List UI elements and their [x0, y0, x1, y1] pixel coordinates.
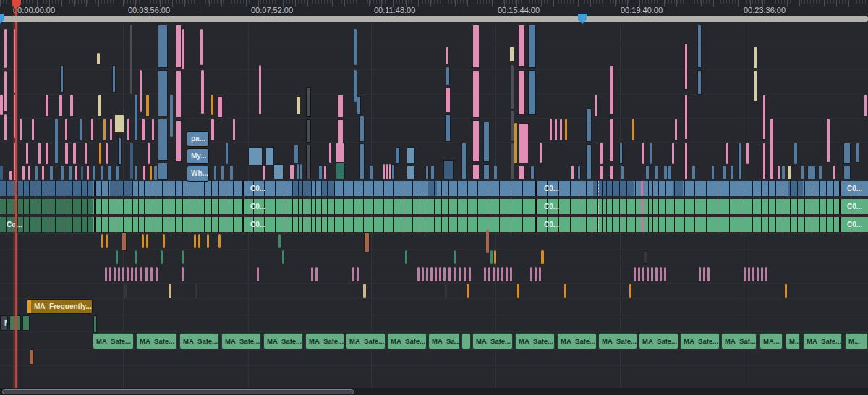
clip-bar[interactable]	[336, 163, 345, 179]
clip-ma-safe[interactable]: MA_Safe...	[803, 333, 842, 349]
clip-bar[interactable]	[296, 96, 301, 115]
clip-bar[interactable]	[148, 143, 150, 164]
clip-bar[interactable]	[517, 284, 519, 298]
clip-bar[interactable]	[273, 164, 284, 179]
clip-bar[interactable]	[146, 95, 149, 116]
audio-track-green-1[interactable]: C0...C0...C0...	[0, 199, 868, 214]
clip-bar[interactable]	[632, 119, 634, 140]
timeline-zoom-scrollbar[interactable]	[0, 16, 868, 22]
clip-bar[interactable]	[30, 349, 34, 365]
clip-bar[interactable]	[664, 267, 666, 281]
clip-bar[interactable]	[106, 234, 108, 248]
clip-ma-safe[interactable]: MA_Safe...	[221, 333, 261, 349]
clip-bar[interactable]	[46, 95, 48, 116]
clip-bar[interactable]	[20, 119, 22, 140]
clip-bar[interactable]	[668, 166, 671, 179]
clip-bar[interactable]	[176, 120, 182, 162]
clip-bar[interactable]	[122, 232, 127, 251]
clip-bar[interactable]	[214, 166, 216, 180]
clip-bar[interactable]	[484, 267, 486, 281]
video-track-blue[interactable]: C0...C0...C0...	[0, 181, 868, 196]
clip-bar[interactable]	[170, 95, 173, 137]
clip-bar[interactable]	[201, 70, 204, 114]
clip-bar[interactable]	[762, 95, 766, 140]
clip-ma-safe[interactable]: MA_Safe...	[93, 333, 134, 349]
clip-ma-safe[interactable]	[461, 333, 471, 349]
clip-bar[interactable]	[655, 267, 658, 281]
clip-bar[interactable]	[101, 234, 103, 248]
clip-bar[interactable]	[150, 166, 152, 180]
clip-bar[interactable]	[357, 267, 359, 281]
clip-bar[interactable]	[697, 25, 702, 68]
clip-bar[interactable]	[50, 166, 53, 180]
clip-bar[interactable]	[435, 267, 437, 281]
clip-bar[interactable]	[130, 25, 132, 94]
clip-bar[interactable]	[642, 143, 644, 164]
subtitle-clip-wh[interactable]: Wh...	[187, 166, 209, 182]
clip-bar[interactable]	[93, 166, 95, 180]
clip-bar[interactable]	[778, 166, 780, 179]
clip-bar[interactable]	[103, 119, 106, 140]
timeline-marker-icon[interactable]	[0, 14, 4, 24]
clip-bar[interactable]	[754, 70, 757, 101]
clip-bar[interactable]	[59, 95, 62, 116]
clip-bar[interactable]	[75, 166, 77, 180]
clip-bar[interactable]	[467, 284, 469, 298]
clip-bar[interactable]	[357, 96, 361, 115]
clip-bar[interactable]	[586, 144, 592, 179]
clip-bar[interactable]	[518, 166, 525, 179]
track-clip-segment[interactable]	[292, 181, 311, 196]
clip-bar[interactable]	[518, 25, 525, 67]
clip-bar[interactable]	[294, 145, 299, 163]
clip-bar[interactable]	[672, 143, 674, 164]
clip-bar[interactable]	[528, 25, 536, 68]
clip-bar[interactable]	[143, 166, 145, 180]
clip-bar[interactable]	[600, 166, 603, 179]
clip-bar[interactable]	[511, 65, 514, 109]
track-clip-segment[interactable]	[593, 181, 634, 196]
clip-bar[interactable]	[207, 234, 209, 248]
clip-bar[interactable]	[431, 166, 434, 179]
clip-bar[interactable]	[610, 65, 614, 114]
clip-bar[interactable]	[488, 267, 490, 281]
clip-bar[interactable]	[4, 29, 7, 68]
clip-bar[interactable]	[443, 267, 446, 281]
clip-ma-safe[interactable]: MA_Safe...	[387, 333, 427, 349]
clip-ma-safe[interactable]: MA_Safe...	[263, 333, 303, 349]
clip-bar[interactable]	[391, 164, 395, 179]
clip-bar[interactable]	[109, 267, 111, 281]
clip-bar[interactable]	[158, 25, 168, 68]
clip-bar[interactable]	[116, 166, 119, 180]
clip-bar[interactable]	[99, 143, 101, 164]
clip-bar[interactable]	[506, 267, 508, 281]
clip-m[interactable]: M...	[0, 315, 8, 331]
clip-bar[interactable]	[233, 119, 235, 140]
clip-bar[interactable]	[565, 119, 567, 140]
clip-bar[interactable]	[497, 267, 499, 281]
track-clip-segment[interactable]	[110, 181, 132, 196]
clip-bar[interactable]	[158, 119, 168, 161]
clip-bar[interactable]	[150, 267, 153, 281]
clip-bar[interactable]	[726, 143, 728, 164]
clip-bar[interactable]	[352, 267, 354, 281]
clip-bar[interactable]	[22, 166, 25, 180]
clip-bar[interactable]	[289, 164, 294, 179]
clip-bar[interactable]	[161, 250, 163, 264]
clip-bar[interactable]	[81, 166, 83, 180]
clip-bar[interactable]	[38, 143, 41, 164]
clip-bar[interactable]	[306, 145, 311, 179]
clip-bar[interactable]	[80, 119, 82, 140]
clip-bar[interactable]	[744, 267, 746, 281]
clip-bar[interactable]	[98, 95, 101, 116]
clip-bar[interactable]	[142, 119, 145, 140]
clip-bar[interactable]	[46, 143, 48, 164]
clip-bar[interactable]	[396, 147, 400, 164]
clip-bar[interactable]	[407, 147, 415, 164]
clip-bar[interactable]	[748, 267, 750, 281]
clip-bar[interactable]	[752, 267, 754, 281]
clip-bar[interactable]	[644, 250, 647, 264]
clip-bar[interactable]	[571, 166, 574, 179]
clip-bar[interactable]	[91, 119, 93, 140]
clip-bar[interactable]	[248, 147, 263, 166]
clip-bar[interactable]	[211, 119, 214, 140]
